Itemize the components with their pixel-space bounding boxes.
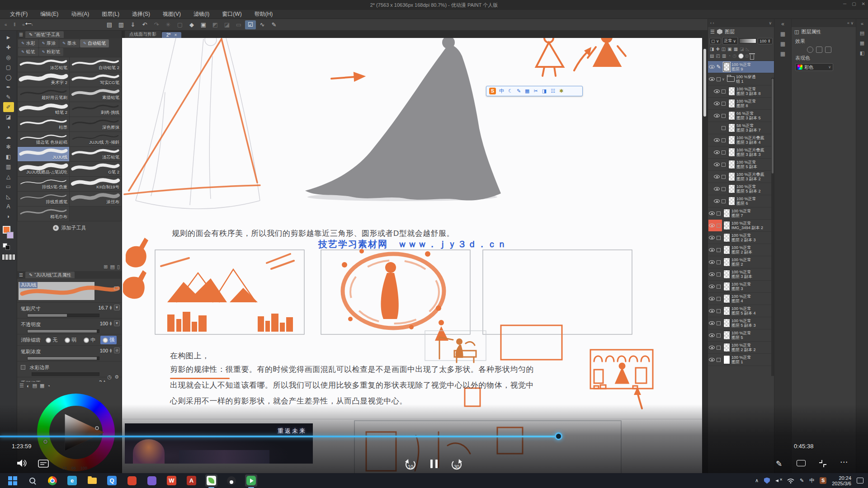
layer-row[interactable]: 100 %正常图层 2 (708, 256, 774, 268)
brush-category-墨水[interactable]: ✎墨水 (59, 39, 80, 47)
blend-tool[interactable]: ◑ (3, 122, 14, 132)
layer-thumbnail[interactable] (723, 209, 730, 218)
marker-tool[interactable]: ✐ (3, 102, 14, 112)
layer-checkbox[interactable] (715, 281, 722, 292)
menu-window[interactable]: 窗口(W) (216, 10, 248, 18)
move-tool[interactable]: ✚ (3, 42, 14, 52)
layer-checkbox[interactable] (720, 85, 727, 97)
layer-row[interactable]: 100 %正常图层 4 (708, 293, 774, 305)
pen-tool[interactable]: ✎ (3, 92, 14, 102)
ruler-layer-icon[interactable]: ◺ (746, 47, 750, 52)
canvas-scrollbar[interactable] (702, 31, 708, 473)
layer-thumbnail[interactable] (728, 172, 735, 181)
delete-icon[interactable]: ▯ (117, 264, 120, 270)
grid-icon[interactable]: ◪ (222, 20, 232, 29)
layer-checkbox[interactable] (715, 256, 722, 268)
document-tab-2[interactable]: 2* × (162, 32, 181, 38)
layer-visibility-icon[interactable] (713, 110, 720, 122)
watercolor-edge-slider[interactable] (32, 372, 99, 376)
pattern-swatch[interactable] (2, 254, 15, 260)
sogou-tray-icon[interactable]: S (820, 477, 826, 484)
layer-visibility-icon[interactable] (708, 354, 715, 366)
layer-row[interactable]: 58 %正常图层 3 副本 7 (708, 122, 774, 134)
night-mode-icon[interactable]: ☾ (508, 88, 513, 94)
pen-setting-icon[interactable]: ✎ (269, 20, 279, 29)
brush-item[interactable]: 超好用云笔刷 (18, 87, 69, 102)
brush-item[interactable]: 描边笔 色块起稿 (18, 132, 69, 146)
layer-row[interactable]: 100 %正常图层 2 副本 (708, 244, 774, 256)
edge-app[interactable]: e (66, 474, 78, 487)
apply-mask-icon[interactable]: ◘ (745, 53, 748, 60)
reference-icon[interactable]: ✚ (716, 47, 719, 52)
layer-thumbnail[interactable] (723, 319, 730, 328)
wifi-icon[interactable] (787, 478, 794, 483)
tone-effect-icon[interactable] (816, 47, 822, 53)
brush-item[interactable]: 自动铅笔 2 (70, 57, 121, 72)
layer-visibility-icon[interactable] (713, 122, 720, 134)
layer-row[interactable]: 100 %正片叠底图层 3 副本 2 (708, 171, 774, 183)
transfer-icon[interactable]: ◔ (728, 53, 731, 60)
layer-thumbnail[interactable] (728, 160, 735, 169)
add-panel-icon[interactable]: ⊞ (104, 264, 108, 270)
stepper-icon[interactable]: ▲▼ (109, 305, 113, 310)
blend-mode-dropdown[interactable]: 正常 ∨ (722, 37, 738, 45)
seek-handle[interactable] (555, 432, 562, 440)
layer-thumbnail[interactable] (723, 343, 730, 352)
layer-thumbnail[interactable] (723, 270, 730, 279)
pen-tray-icon[interactable]: ✎ (800, 478, 804, 483)
new-canvas-icon[interactable]: ▤ (104, 20, 115, 29)
object-tool[interactable]: ► (3, 33, 14, 42)
subview-panel-icon[interactable]: ▦ (780, 41, 785, 47)
aa-weak[interactable]: 弱 (62, 336, 79, 344)
menu-edit[interactable]: 编辑(E) (34, 10, 65, 18)
aa-strong[interactable]: 强 (100, 336, 117, 344)
brush-item[interactable]: 排线5笔-负重 (18, 177, 69, 191)
menu-animation[interactable]: 动画(A) (65, 10, 95, 18)
color-panel-icon[interactable]: ◧ (860, 50, 864, 56)
layer-row[interactable]: 100 %正常图层 5 (708, 329, 774, 342)
delete-layer-icon[interactable] (750, 55, 754, 60)
minimize-button[interactable]: ─ (843, 1, 846, 6)
editing-pen-icon[interactable]: ✎ (715, 61, 722, 73)
seek-bar[interactable] (0, 436, 868, 437)
layer-visibility-icon[interactable] (713, 195, 720, 207)
brush-item[interactable]: 美术字 2 (18, 72, 69, 87)
layer-thumbnail[interactable] (728, 136, 735, 145)
fill-tool[interactable]: ◧ (3, 152, 14, 162)
device-icon[interactable] (797, 460, 806, 466)
brush-item[interactable]: 棉毛巾布 (18, 206, 69, 221)
volume-icon[interactable] (16, 458, 27, 470)
layer-visibility-icon[interactable] (708, 281, 715, 292)
brush-item[interactable]: 淡芯铅笔 (70, 147, 121, 161)
curve-icon[interactable]: ∿ (257, 20, 268, 29)
layer-visibility-icon[interactable] (708, 207, 715, 219)
layer-visibility-icon[interactable] (713, 171, 720, 183)
collapse-icon[interactable]: « ∨ (847, 21, 854, 25)
collapse-dock-icon[interactable]: « (781, 21, 784, 27)
layer-visibility-icon[interactable] (708, 268, 715, 280)
layer-checkbox[interactable] (715, 329, 722, 341)
layer-visibility-icon[interactable] (713, 85, 720, 97)
layer-thumbnail[interactable] (723, 221, 730, 230)
black-swatch[interactable] (5, 245, 10, 250)
layer-checkbox[interactable] (715, 317, 722, 329)
layer-thumbnail[interactable] (728, 111, 735, 120)
collapse-dock-icon[interactable]: « (861, 21, 863, 26)
layer-row[interactable]: 100 %正常图层 7 (708, 207, 774, 220)
menu-filter[interactable]: 滤镜(I) (187, 10, 216, 18)
brush-item[interactable]: JUJU线赠品-△笔试吃 (18, 162, 69, 176)
layer-row[interactable]: 100 %正常IMG_3494 副本 2 (708, 220, 774, 232)
deselect-icon[interactable]: ▢ (175, 20, 185, 29)
lock-pixel-icon[interactable]: ▦ (734, 47, 738, 52)
merge-icon[interactable]: ◷ (732, 53, 736, 60)
layer-visibility-icon[interactable] (713, 134, 720, 146)
layer-thumbnail[interactable] (728, 87, 735, 96)
hue-indicator[interactable] (43, 440, 47, 444)
more-options-icon[interactable]: ⋯ (840, 457, 848, 467)
layer-opacity-value[interactable]: 100 ⇕ (758, 38, 773, 44)
panel-menu-icon[interactable]: ☰ (710, 29, 715, 35)
layer-checkbox[interactable] (720, 134, 727, 146)
red-app[interactable] (126, 474, 138, 487)
menu-select[interactable]: 选择(S) (126, 10, 156, 18)
clock[interactable]: 20:24 2025/3/6 (832, 475, 851, 486)
